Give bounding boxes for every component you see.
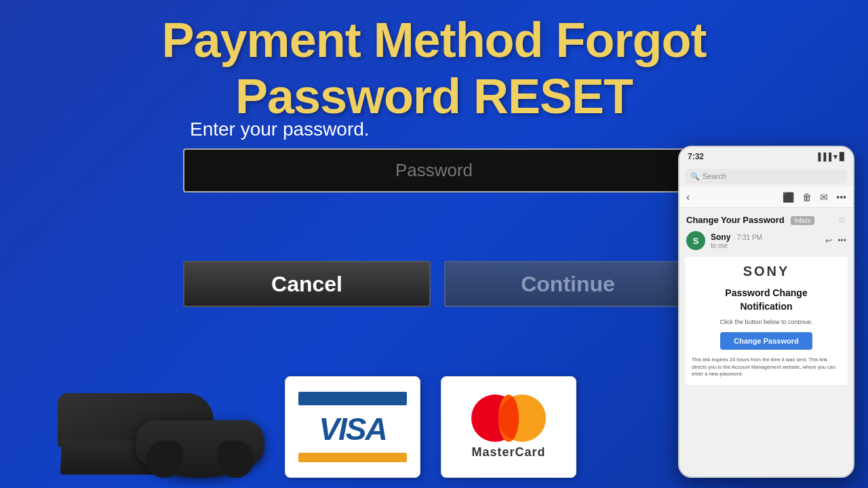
mastercard-name-card: Card <box>515 445 546 459</box>
mastercard-circles <box>471 394 546 442</box>
payment-cards: VISA MasterCard <box>285 376 576 478</box>
disclaimer-text: This link expires 24 hours from the time… <box>692 357 841 378</box>
archive-icon[interactable]: ⬛ <box>783 192 794 203</box>
email-subject: Change Your Password <box>686 215 785 225</box>
pw-change-subtitle: Notification <box>692 301 841 312</box>
star-icon[interactable]: ☆ <box>837 214 846 225</box>
change-password-button[interactable]: Change Password <box>720 332 812 350</box>
controller-left-grip <box>146 441 183 478</box>
password-placeholder: Password <box>395 160 473 181</box>
sender-time: 7:31 PM <box>737 234 762 241</box>
more-sender-icon[interactable]: ••• <box>837 236 846 245</box>
phone-search-bar[interactable]: 🔍 Search <box>685 169 848 184</box>
sender-info: Sony 7:31 PM to me <box>711 232 820 249</box>
password-prompt-label: Enter your password. <box>183 119 695 140</box>
email-subject-container: Change Your Password Inbox <box>686 214 814 226</box>
visa-stripe <box>298 392 407 405</box>
password-input-container[interactable]: Password <box>183 148 685 192</box>
title-line2: Password RESET <box>235 69 633 123</box>
ps4-controller <box>122 390 278 485</box>
email-subject-row: Change Your Password Inbox ☆ <box>679 208 853 228</box>
click-instruction: Click the button below to continue. <box>692 319 841 325</box>
phone-mockup: 7:32 ▐▐▐ ▾ ▊ 🔍 Search ‹ ⬛ 🗑 ✉ ••• <box>678 146 854 478</box>
wifi-icon: ▾ <box>833 152 837 161</box>
sender-name: Sony 7:31 PM <box>711 232 820 242</box>
title-line1: Payment Method Forgot <box>162 13 707 67</box>
reply-icon[interactable]: ↩ <box>825 236 832 245</box>
phone-email-toolbar: ‹ ⬛ 🗑 ✉ ••• <box>679 186 853 208</box>
phone-status-icons: ▐▐▐ ▾ ▊ <box>816 152 845 161</box>
visa-logo: VISA <box>319 411 386 447</box>
search-icon: 🔍 <box>690 172 700 181</box>
controller-body <box>136 420 264 478</box>
sender-row: S Sony 7:31 PM to me ↩ ••• <box>679 228 853 253</box>
ps4-console-image <box>20 258 285 488</box>
inbox-badge: Inbox <box>791 216 814 225</box>
mastercard-card: MasterCard <box>441 376 576 478</box>
mastercard-name-main: Master <box>471 445 515 459</box>
sender-action-icons: ↩ ••• <box>825 236 846 245</box>
sender-avatar: S <box>686 231 705 250</box>
delete-icon[interactable]: 🗑 <box>802 192 812 203</box>
phone-status-bar: 7:32 ▐▐▐ ▾ ▊ <box>679 147 853 166</box>
sony-logo: SONY <box>692 264 841 279</box>
phone-time: 7:32 <box>688 152 704 161</box>
controller-right-grip <box>217 441 254 478</box>
mastercard-yellow-circle <box>498 394 546 442</box>
password-section: Enter your password. Password <box>183 119 695 192</box>
mastercard-label: MasterCard <box>471 445 545 460</box>
page-title: Payment Method Forgot Password RESET <box>0 0 868 125</box>
back-arrow-icon[interactable]: ‹ <box>686 191 690 203</box>
email-body: SONY Password Change Notification Click … <box>685 257 848 385</box>
battery-icon: ▊ <box>840 152 845 161</box>
email-toolbar-icons: ⬛ 🗑 ✉ ••• <box>783 192 846 203</box>
mark-icon[interactable]: ✉ <box>820 192 828 203</box>
signal-icon: ▐▐▐ <box>816 152 831 161</box>
search-placeholder-text: Search <box>703 172 726 180</box>
visa-card: VISA <box>285 376 420 478</box>
more-icon[interactable]: ••• <box>836 192 846 203</box>
pw-change-title: Password Change <box>692 287 841 298</box>
main-background: Payment Method Forgot Password RESET Ent… <box>0 0 868 488</box>
visa-gold-stripe <box>298 453 407 462</box>
continue-button[interactable]: Continue <box>444 261 692 307</box>
sender-to: to me <box>711 242 820 249</box>
